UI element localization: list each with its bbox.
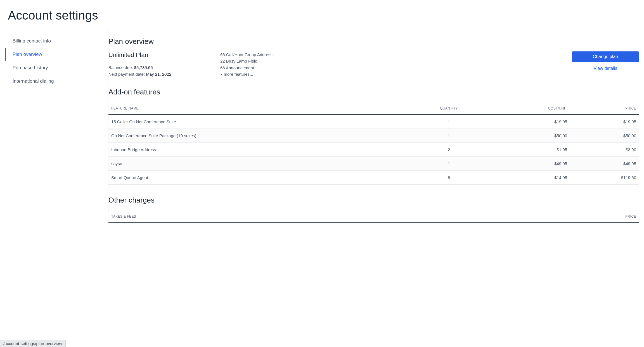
feature-quantity: 2 <box>410 143 488 157</box>
feature-cost-unit: $19.95 <box>488 115 570 129</box>
next-payment-value: May 21, 2022 <box>146 72 171 77</box>
sidebar-item-purchase-history[interactable]: Purchase history <box>5 61 108 75</box>
feature-quantity: 1 <box>410 157 488 171</box>
other-charges-table: TAXES & FEES PRICE <box>108 210 639 223</box>
plan-feature-line: 66 Announcement <box>220 65 561 71</box>
page-title: Account settings <box>0 0 644 29</box>
addon-header-cost-unit: COST/UNIT <box>488 102 570 115</box>
feature-quantity: 1 <box>410 129 488 143</box>
plan-left: Unlimited Plan Balance due: $5,735.66 Ne… <box>108 51 209 78</box>
balance-due-line: Balance due: $5,735.66 <box>108 64 209 71</box>
status-bar-url: /account-settings/plan-overview <box>0 340 66 347</box>
feature-price: $49.95 <box>570 157 639 171</box>
feature-cost-unit: $50.00 <box>488 129 570 143</box>
plan-summary: Unlimited Plan Balance due: $5,735.66 Ne… <box>108 51 639 78</box>
addon-header-price: PRICE <box>570 102 639 115</box>
sidebar-item-label: Purchase history <box>13 65 48 70</box>
feature-price: $19.95 <box>570 115 639 129</box>
next-payment-label: Next payment date: <box>108 72 145 77</box>
other-charges-title: Other charges <box>108 196 639 205</box>
addon-header-row: FEATURE NAME QUANTITY COST/UNIT PRICE <box>108 102 639 115</box>
addon-features-title: Add-on features <box>108 88 639 96</box>
table-row: Smart Queue Agent 8 $14.95 $119.60 <box>108 171 639 185</box>
balance-due-label: Balance due: <box>108 65 133 70</box>
feature-name: Inbound Bridge Address <box>108 143 410 157</box>
plan-feature-line: 66 Call/Hunt Group Address <box>220 51 561 58</box>
sidebar-item-plan-overview[interactable]: Plan overview <box>5 48 108 61</box>
sidebar-item-international-dialing[interactable]: International dialing <box>5 75 108 88</box>
table-row: 15 Caller On Net Conference Suite 1 $19.… <box>108 115 639 129</box>
feature-cost-unit: $49.95 <box>488 157 570 171</box>
feature-name: On Net Conference Suite Package (10 suit… <box>108 129 410 143</box>
table-row: On Net Conference Suite Package (10 suit… <box>108 129 639 143</box>
sidebar-item-label: International dialing <box>13 79 54 84</box>
addon-header-quantity: QUANTITY <box>410 102 488 115</box>
plan-feature-line: 22 Busy Lamp Field <box>220 58 561 64</box>
sidebar: Billing contact info Plan overview Purch… <box>5 29 108 226</box>
feature-cost-unit: $14.95 <box>488 171 570 185</box>
view-details-link[interactable]: View details <box>572 66 639 71</box>
feature-cost-unit: $1.95 <box>488 143 570 157</box>
sidebar-item-label: Billing contact info <box>13 38 51 44</box>
feature-quantity: 8 <box>410 171 488 185</box>
feature-price: $3.90 <box>570 143 639 157</box>
plan-overview-title: Plan overview <box>108 37 639 46</box>
table-row: Inbound Bridge Address 2 $1.95 $3.90 <box>108 143 639 157</box>
feature-price: $50.00 <box>570 129 639 143</box>
feature-quantity: 1 <box>410 115 488 129</box>
next-payment-line: Next payment date: May 21, 2022 <box>108 71 209 78</box>
feature-name: sayso <box>108 157 410 171</box>
other-header-price: PRICE <box>454 210 639 223</box>
feature-name: 15 Caller On Net Conference Suite <box>108 115 410 129</box>
content-area: Billing contact info Plan overview Purch… <box>5 29 639 226</box>
plan-actions: Change plan View details <box>572 51 639 71</box>
feature-price: $119.60 <box>570 171 639 185</box>
plan-name: Unlimited Plan <box>108 51 209 59</box>
other-header-name: TAXES & FEES <box>108 210 454 223</box>
feature-name: Smart Queue Agent <box>108 171 410 185</box>
addon-header-name: FEATURE NAME <box>108 102 410 115</box>
other-header-row: TAXES & FEES PRICE <box>108 210 639 223</box>
sidebar-item-billing-contact-info[interactable]: Billing contact info <box>5 34 108 48</box>
addon-table: FEATURE NAME QUANTITY COST/UNIT PRICE 15… <box>108 102 639 185</box>
main: Plan overview Unlimited Plan Balance due… <box>108 29 639 226</box>
balance-due-value: $5,735.66 <box>134 65 153 70</box>
sidebar-item-label: Plan overview <box>13 52 42 57</box>
plan-features-list: 66 Call/Hunt Group Address 22 Busy Lamp … <box>220 51 561 77</box>
plan-feature-line: 7 more features... <box>220 71 561 77</box>
table-row: sayso 1 $49.95 $49.95 <box>108 157 639 171</box>
change-plan-button[interactable]: Change plan <box>572 51 639 62</box>
